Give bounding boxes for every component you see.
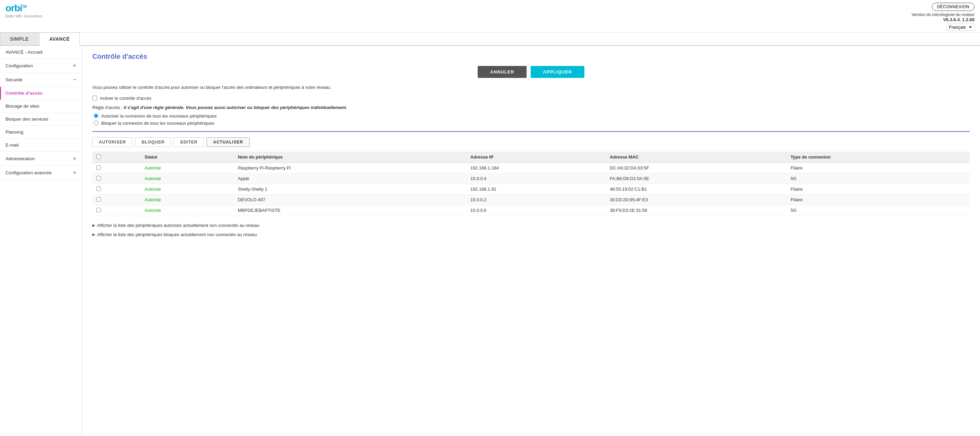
rule-bold: il s'agit d'une règle générale. Vous pou… — [124, 105, 347, 110]
sidebar-item-bloquer-services[interactable]: Bloquer des services — [0, 113, 82, 126]
firmware-version: V6.3.6.4_1.2.68 — [943, 17, 975, 22]
row-connection-3: Filaire — [786, 194, 970, 205]
row-checkbox-cell — [92, 194, 140, 205]
logo-tm: TM — [22, 5, 26, 8]
row-checkbox-0[interactable] — [96, 165, 101, 170]
main-layout: AVANCÉ - Accueil Configuration + Sécurit… — [0, 46, 980, 436]
autoriser-button[interactable]: AUTORISER — [92, 137, 132, 147]
table-row: Autorisé MBPDEJEBAPTISTE 10.0.0.6 38:F9:… — [92, 205, 970, 216]
enable-access-control-label: Activer le contrôle d'accès — [100, 96, 151, 101]
show-authorized-link[interactable]: ▶ Afficher la liste des périphériques au… — [92, 221, 970, 230]
sidebar-item-administration[interactable]: Administration + — [0, 152, 82, 166]
th-mac: Adresse MAC — [606, 152, 786, 163]
sidebar-item-securite[interactable]: Sécurité − — [0, 73, 82, 87]
row-status-1: Autorisé — [140, 173, 234, 184]
radio-block[interactable] — [94, 120, 99, 125]
th-statut: Statut — [140, 152, 234, 163]
table-row: Autorisé Shelly-Shelly 1 192.168.1.91 48… — [92, 184, 970, 194]
cancel-button[interactable]: ANNULER — [478, 66, 527, 78]
device-table: Statut Nom du périphérique Adresse IP Ad… — [92, 152, 970, 216]
radio-allow[interactable] — [94, 113, 99, 118]
enable-access-control-row: Activer le contrôle d'accès — [92, 96, 970, 101]
row-ip-0: 192.168.1.184 — [466, 163, 606, 173]
table-row: Autorisé Apple 10.0.0.4 FA:B6:D6:D1:0A:5… — [92, 173, 970, 184]
sidebar-item-controle-acces[interactable]: Contrôle d'accès — [0, 87, 82, 100]
select-all-checkbox[interactable] — [96, 154, 101, 159]
sidebar-label-controle-acces: Contrôle d'accès — [5, 90, 42, 96]
row-mac-2: 48:55:19:02:C1:B1 — [606, 184, 786, 194]
show-blocked-text: Afficher la liste des périphériques bloq… — [97, 232, 257, 237]
arrow-icon-blocked: ▶ — [92, 232, 95, 237]
minus-icon-securite: − — [73, 76, 76, 83]
th-nom: Nom du périphérique — [234, 152, 466, 163]
expand-links: ▶ Afficher la liste des périphériques au… — [92, 221, 970, 239]
row-name-4: MBPDEJEBAPTISTE — [234, 205, 466, 216]
row-mac-0: DC:A6:32:DA:03:5F — [606, 163, 786, 173]
row-mac-3: 30:D3:2D:95:4F:E3 — [606, 194, 786, 205]
row-status-2: Autorisé — [140, 184, 234, 194]
tab-advanced[interactable]: AVANCÉ — [39, 32, 80, 46]
row-checkbox-4[interactable] — [96, 208, 101, 212]
page-title: Contrôle d'accès — [92, 52, 970, 60]
row-checkbox-cell — [92, 184, 140, 194]
firmware-info: Version du micrologiciel du routeur V6.3… — [912, 12, 975, 22]
top-bar: orbiTM Better WiFi. Everywhere. DÉCONNEX… — [0, 0, 980, 32]
row-checkbox-3[interactable] — [96, 197, 101, 201]
bloquer-button[interactable]: BLOQUER — [135, 137, 171, 147]
row-status-4: Autorisé — [140, 205, 234, 216]
row-checkbox-2[interactable] — [96, 187, 101, 191]
sidebar-label-configuration: Configuration — [5, 63, 33, 68]
content-area: Contrôle d'accès ANNULER APPLIQUER Vous … — [82, 46, 980, 436]
rule-text: Règle d'accès : il s'agit d'une règle gé… — [92, 105, 970, 110]
sidebar-label-blocage-sites: Blocage de sites — [5, 103, 39, 109]
logo-text: orbi — [5, 3, 22, 13]
sidebar-label-email: E-mail — [5, 143, 19, 147]
show-authorized-text: Afficher la liste des périphériques auto… — [97, 223, 259, 228]
row-connection-1: 5G — [786, 173, 970, 184]
nav-tabs: SIMPLE AVANCÉ — [0, 32, 980, 46]
logo-tagline: Better WiFi. Everywhere. — [5, 14, 43, 18]
sidebar-item-configuration[interactable]: Configuration + — [0, 59, 82, 73]
row-mac-4: 38:F9:D3:2E:31:58 — [606, 205, 786, 216]
table-row: Autorisé DEVOLO-407 10.0.0.2 30:D3:2D:95… — [92, 194, 970, 205]
row-connection-0: Filaire — [786, 163, 970, 173]
sidebar-item-email[interactable]: E-mail — [0, 139, 82, 152]
rule-prefix: Règle d'accès : — [92, 105, 124, 110]
row-status-3: Autorisé — [140, 194, 234, 205]
sidebar-item-avance-accueil[interactable]: AVANCÉ - Accueil — [0, 46, 82, 59]
enable-access-control-checkbox[interactable] — [92, 96, 97, 100]
row-ip-3: 10.0.0.2 — [466, 194, 606, 205]
tab-simple[interactable]: SIMPLE — [0, 32, 39, 45]
plus-icon-configuration: + — [73, 62, 76, 69]
row-status-0: Autorisé — [140, 163, 234, 173]
top-right-area: DÉCONNEXION Version du micrologiciel du … — [912, 3, 975, 31]
plus-icon-config-avancee: + — [73, 170, 76, 176]
row-checkbox-cell — [92, 163, 140, 173]
sidebar: AVANCÉ - Accueil Configuration + Sécurit… — [0, 46, 82, 436]
logo: orbiTM — [5, 3, 43, 14]
radio-allow-row: Autoriser la connexion de tous les nouve… — [94, 113, 970, 119]
sidebar-item-blocage-sites[interactable]: Blocage de sites — [0, 100, 82, 113]
table-row: Autorisé Raspberry Pi-Raspberry Pi 192.1… — [92, 163, 970, 173]
row-ip-4: 10.0.0.6 — [466, 205, 606, 216]
table-actions: AUTORISER BLOQUER EDITER ACTUALISER — [92, 137, 970, 147]
row-name-1: Apple — [234, 173, 466, 184]
sidebar-label-administration: Administration — [5, 156, 35, 161]
sidebar-item-config-avancee[interactable]: Configuration avancée + — [0, 166, 82, 180]
row-name-2: Shelly-Shelly 1 — [234, 184, 466, 194]
description-text: Vous pouvez utiliser le contrôle d'accès… — [92, 84, 970, 91]
disconnect-button[interactable]: DÉCONNEXION — [932, 3, 975, 11]
language-select[interactable]: Français — [947, 24, 975, 31]
radio-allow-label: Autoriser la connexion de tous les nouve… — [101, 113, 217, 119]
apply-button[interactable]: APPLIQUER — [531, 66, 584, 78]
row-checkbox-1[interactable] — [96, 176, 101, 181]
row-connection-4: 5G — [786, 205, 970, 216]
plus-icon-administration: + — [73, 155, 76, 162]
show-blocked-link[interactable]: ▶ Afficher la liste des périphériques bl… — [92, 230, 970, 239]
actualiser-button[interactable]: ACTUALISER — [207, 137, 249, 147]
table-header-row: Statut Nom du périphérique Adresse IP Ad… — [92, 152, 970, 163]
sidebar-item-planning[interactable]: Planning — [0, 126, 82, 139]
th-type: Type de connexion — [786, 152, 970, 163]
action-buttons: ANNULER APPLIQUER — [92, 66, 970, 78]
editer-button[interactable]: EDITER — [174, 137, 204, 147]
